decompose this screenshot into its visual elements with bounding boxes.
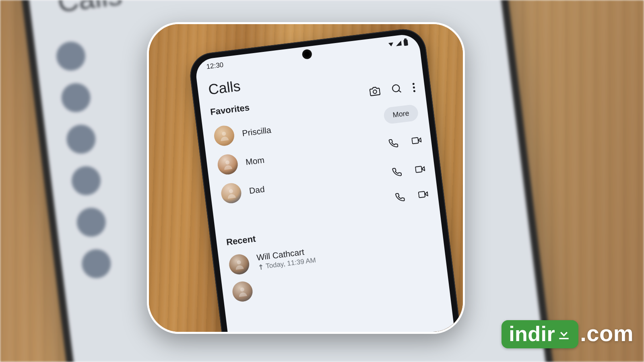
avatar [228, 253, 250, 276]
watermark-brand-right: .com [580, 320, 634, 346]
camera-icon[interactable] [369, 85, 381, 99]
search-icon[interactable] [390, 83, 402, 96]
contact-name: Priscilla [242, 112, 376, 138]
avatar [217, 153, 239, 176]
outgoing-arrow-icon: ↗ [256, 262, 266, 272]
svg-rect-8 [415, 166, 422, 173]
voice-call-icon[interactable] [394, 192, 405, 204]
foreground-crop: 12:30 Calls Favorites [147, 22, 465, 334]
svg-point-1 [392, 84, 400, 92]
svg-line-2 [399, 90, 401, 92]
avatar [220, 182, 243, 204]
foreground-phone: 12:30 Calls Favorites [188, 27, 465, 334]
avatar [213, 125, 235, 147]
svg-rect-14 [559, 338, 569, 339]
favorites-label: Favorites [210, 102, 250, 117]
svg-point-7 [229, 189, 233, 193]
contact-name: Mom [245, 141, 381, 167]
voice-call-icon[interactable] [392, 167, 402, 179]
download-arrow-icon [556, 326, 572, 342]
svg-point-12 [237, 260, 241, 265]
svg-point-4 [225, 160, 230, 165]
video-call-icon[interactable] [411, 135, 422, 148]
video-call-icon[interactable] [415, 164, 425, 176]
svg-point-3 [222, 132, 226, 136]
svg-point-13 [240, 287, 244, 292]
voice-call-icon[interactable] [388, 138, 399, 150]
contact-name: Dad [249, 170, 385, 196]
svg-rect-5 [412, 138, 419, 144]
video-call-icon[interactable] [418, 189, 429, 202]
avatar [231, 280, 254, 303]
favorites-more-button[interactable]: More [383, 104, 419, 124]
watermark-brand-left: indir [509, 322, 555, 346]
overflow-menu-icon[interactable] [412, 82, 415, 92]
svg-rect-10 [419, 191, 425, 198]
watermark-logo: indir .com [502, 320, 634, 348]
svg-point-0 [373, 90, 377, 94]
